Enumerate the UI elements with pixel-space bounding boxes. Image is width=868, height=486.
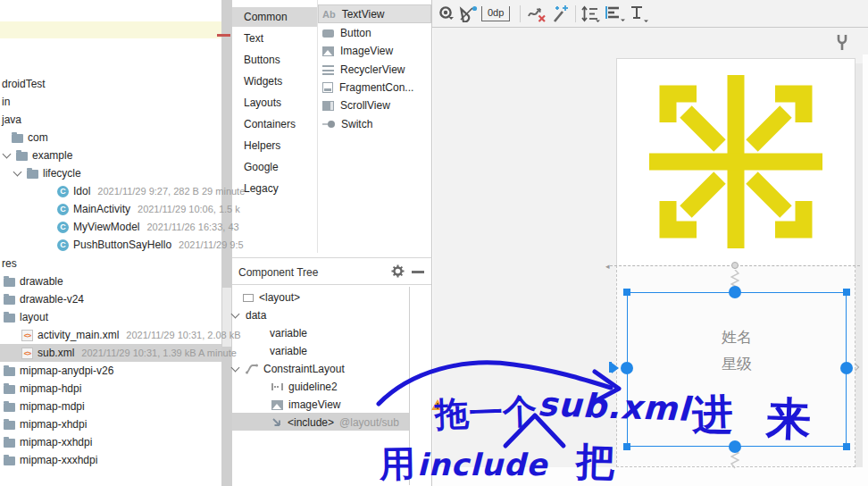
- align-icon[interactable]: [605, 5, 626, 22]
- tree-item-layout[interactable]: layout: [4, 308, 48, 326]
- palette-category-buttons[interactable]: Buttons: [232, 50, 329, 70]
- selection-handle-bottom-right[interactable]: [843, 443, 850, 450]
- wrench-icon[interactable]: [836, 34, 848, 51]
- palette-category-legacy[interactable]: Legacy: [232, 179, 329, 198]
- recyclerview-icon: [322, 65, 334, 75]
- constraint-anchor-top[interactable]: [729, 286, 741, 298]
- tree-item-drawable[interactable]: drawable: [4, 272, 63, 290]
- chevron-down-icon[interactable]: [3, 150, 12, 159]
- tree-item-idol[interactable]: Idol2021/11/29 9:27, 282 B 29 minute: [57, 182, 245, 200]
- tree-item-mipmap-hdpi[interactable]: mipmap-hdpi: [4, 380, 81, 398]
- tree-item-res[interactable]: res: [2, 255, 17, 272]
- tree-item-sub-xml[interactable]: sub.xml2021/11/29 10:31, 1.39 kB A minut…: [21, 344, 237, 362]
- view-options-eye-icon[interactable]: [438, 6, 456, 21]
- folder-icon: [4, 421, 15, 430]
- tree-item-myviewmodel[interactable]: MyViewModel2021/11/26 16:33, 43: [57, 218, 239, 236]
- tree-item-label: droidTest: [2, 78, 46, 90]
- tree-item-mipmap-xxhdpi[interactable]: mipmap-xxhdpi: [4, 433, 92, 451]
- palette-category-layouts[interactable]: Layouts: [232, 93, 329, 113]
- palette-item-label: TextView: [342, 8, 385, 21]
- left-constraint-marker-arrow: [612, 363, 619, 373]
- pack-icon[interactable]: [581, 5, 601, 22]
- folder-icon: [4, 367, 15, 376]
- tree-item-label: MainActivity: [73, 203, 130, 215]
- palette-item-recyclerview[interactable]: RecyclerView: [322, 61, 405, 79]
- file-meta: 2021/11/29 9:27, 282 B 29 minute: [97, 186, 245, 197]
- tree-item-mipmap-anydpi-v26[interactable]: mipmap-anydpi-v26: [4, 362, 113, 380]
- tree-node-layout[interactable]: <layout>: [243, 289, 300, 306]
- tree-item-drawable-v24[interactable]: drawable-v24: [4, 290, 84, 308]
- infer-constraints-wand-icon[interactable]: [551, 4, 571, 23]
- palette-category-helpers[interactable]: Helpers: [232, 136, 329, 155]
- tree-node-guideline2[interactable]: guideline2: [271, 378, 338, 396]
- chevron-down-icon[interactable]: [231, 364, 240, 373]
- palette-item-imageview[interactable]: ImageView: [322, 42, 393, 60]
- palette-item-label: Switch: [341, 118, 372, 130]
- palette-category-google[interactable]: Google: [232, 157, 329, 177]
- palette-item-scrollview[interactable]: ScrollView: [322, 96, 390, 114]
- palette-category-text[interactable]: Text: [232, 29, 329, 48]
- tree-node-imageview[interactable]: imageView: [271, 396, 444, 414]
- palette-category-common[interactable]: Common: [232, 7, 329, 27]
- selection-handle-top-right[interactable]: [843, 289, 850, 296]
- tree-node-label: variable: [270, 327, 307, 339]
- guidelines-distribute-icon[interactable]: [630, 5, 649, 22]
- tree-node-label: data: [246, 309, 266, 322]
- annotation-line1-prefix: 拖一个: [434, 389, 538, 438]
- tree-item-mipmap-xhdpi[interactable]: mipmap-xhdpi: [4, 415, 87, 433]
- tree-item-mipmap-mdpi[interactable]: mipmap-mdpi: [4, 398, 85, 415]
- tree-item-example[interactable]: example: [4, 147, 72, 164]
- tree-item-java[interactable]: java: [2, 111, 21, 129]
- folder-icon: [12, 134, 23, 143]
- guideline-handle[interactable]: [731, 262, 739, 269]
- tree-item-label: mipmap-xxxhdpi: [20, 454, 97, 466]
- imageview-preview[interactable]: [616, 58, 855, 265]
- tree-item-pushbuttonsayhello[interactable]: PushButtonSayHello2021/11/29 9:5: [57, 236, 244, 254]
- tree-item-activity-main-xml[interactable]: activity_main.xml2021/11/29 10:31, 2.08 …: [21, 326, 241, 344]
- file-meta: 2021/11/29 10:06, 1.5 k: [138, 204, 240, 214]
- palette-item-textview[interactable]: TextView: [322, 5, 384, 23]
- tree-item-label: PushButtonSayHello: [73, 239, 171, 251]
- default-margins-selector[interactable]: 0dp: [481, 6, 510, 21]
- selection-handle-bottom-left[interactable]: [623, 443, 630, 450]
- tree-item-mipmap-xxxhdpi[interactable]: mipmap-xxxhdpi: [4, 451, 97, 469]
- tree-node-variable-2[interactable]: variable: [270, 342, 307, 360]
- folder-icon: [4, 296, 15, 305]
- button-icon: [322, 29, 334, 38]
- palette-item-fragmentcontainer[interactable]: FragmentCon...: [322, 79, 413, 96]
- component-tree-title: Component Tree: [238, 266, 318, 279]
- chevron-down-icon[interactable]: [231, 310, 240, 319]
- imageview-icon: [322, 46, 334, 56]
- palette-item-button[interactable]: Button: [322, 24, 371, 42]
- constraint-anchor-right[interactable]: [840, 362, 853, 374]
- tree-node-constraintlayout[interactable]: ConstraintLayout: [232, 360, 345, 378]
- tree-node-label: <include>: [288, 416, 334, 429]
- autoconnect-magnet-icon[interactable]: [459, 5, 479, 22]
- tree-item-lifecycle[interactable]: lifecycle: [14, 164, 81, 182]
- tree-node-data[interactable]: data: [232, 306, 266, 324]
- palette-category-containers[interactable]: Containers: [232, 114, 329, 134]
- xml-file-icon: [21, 348, 33, 359]
- tree-item-androidtest[interactable]: droidTest: [2, 75, 46, 93]
- tree-node-include[interactable]: <include> @layout/sub: [271, 414, 399, 432]
- annotation-line1-lai: 来: [765, 389, 812, 450]
- selection-handle-top-left[interactable]: [623, 289, 630, 296]
- constraint-anchor-left[interactable]: [621, 362, 633, 374]
- file-meta: 2021/11/29 10:31, 1.39 kB A minute: [81, 348, 237, 358]
- tree-item-main[interactable]: in: [2, 93, 10, 111]
- tree-item-label: Idol: [73, 185, 90, 197]
- folder-icon: [4, 314, 15, 323]
- tree-item-label: mipmap-xxhdpi: [20, 436, 92, 448]
- tree-item-com[interactable]: com: [12, 129, 48, 147]
- annotation-line1-latin: sub.xml: [537, 385, 690, 429]
- tree-item-mainactivity[interactable]: MainActivity2021/11/29 10:06, 1.5 k: [57, 200, 240, 218]
- tree-node-variable-1[interactable]: variable: [270, 324, 307, 342]
- palette-item-label: RecyclerView: [340, 63, 405, 76]
- chevron-down-icon[interactable]: [13, 168, 22, 177]
- palette-category-widgets[interactable]: Widgets: [232, 71, 329, 91]
- clear-constraints-icon[interactable]: [527, 6, 547, 22]
- gear-icon[interactable]: [391, 264, 405, 278]
- minimize-icon[interactable]: [412, 271, 424, 273]
- palette-item-label: Button: [340, 27, 371, 39]
- palette-item-switch[interactable]: Switch: [322, 115, 372, 133]
